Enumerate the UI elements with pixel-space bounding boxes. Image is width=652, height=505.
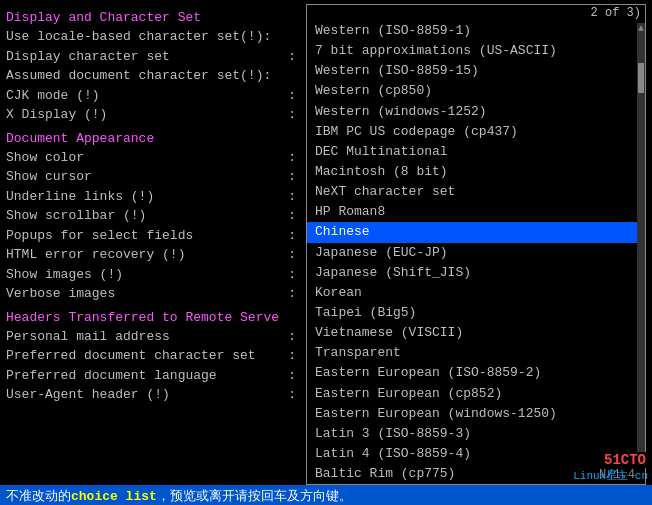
dropdown-item[interactable]: Western (windows-1252) bbox=[307, 102, 645, 122]
dropdown-item[interactable]: HP Roman8 bbox=[307, 202, 645, 222]
section-display-title: Display and Character Set bbox=[6, 10, 300, 25]
dropdown-item[interactable]: Eastern European (ISO-8859-2) bbox=[307, 363, 645, 383]
dropdown-item[interactable]: Latin 3 (ISO-8859-3) bbox=[307, 424, 645, 444]
dropdown-item[interactable]: Japanese (EUC-JP) bbox=[307, 243, 645, 263]
dropdown-item[interactable]: IBM PC US codepage (cp437) bbox=[307, 122, 645, 142]
left-panel: Display and Character Set Use locale-bas… bbox=[6, 4, 306, 485]
status-bar: 不准改动的 choice list ，预览或离开请按回车及方向键。 bbox=[0, 485, 652, 505]
setting-row: Show cursor : bbox=[6, 167, 300, 187]
setting-row: Use locale-based character set(!): bbox=[6, 27, 300, 47]
setting-row: Popups for select fields : bbox=[6, 226, 300, 246]
setting-row: HTML error recovery (!) : bbox=[6, 245, 300, 265]
setting-row: Verbose images : bbox=[6, 284, 300, 304]
dropdown-item[interactable]: Chinese bbox=[307, 222, 645, 242]
scrollbar-thumb[interactable] bbox=[638, 63, 644, 93]
dropdown-item[interactable]: DEC Multinational bbox=[307, 142, 645, 162]
setting-row: Show color : bbox=[6, 148, 300, 168]
dropdown-item[interactable]: 7 bit approximations (US-ASCII) bbox=[307, 41, 645, 61]
dropdown-item[interactable]: Western (ISO-8859-15) bbox=[307, 61, 645, 81]
dropdown-list[interactable]: Western (ISO-8859-1)7 bit approximations… bbox=[307, 21, 645, 484]
dropdown-item[interactable]: Japanese (Shift_JIS) bbox=[307, 263, 645, 283]
scrollbar[interactable]: ▲ ▼ bbox=[637, 23, 645, 466]
dropdown-item[interactable]: NeXT character set bbox=[307, 182, 645, 202]
dropdown-item[interactable]: Korean bbox=[307, 283, 645, 303]
dropdown-item[interactable]: Eastern European (cp852) bbox=[307, 384, 645, 404]
dropdown-item[interactable]: Taipei (Big5) bbox=[307, 303, 645, 323]
setting-row: Preferred document character set : bbox=[6, 346, 300, 366]
status-suffix: ，预览或离开请按回车及方向键。 bbox=[157, 487, 352, 505]
dropdown-item[interactable]: Transparent bbox=[307, 343, 645, 363]
dropdown-item[interactable]: Macintosh (8 bit) bbox=[307, 162, 645, 182]
watermark-top: 51CTO bbox=[602, 452, 648, 468]
setting-row: Assumed document character set(!): bbox=[6, 66, 300, 86]
setting-row: User-Agent header (!) : bbox=[6, 385, 300, 405]
dropdown-item[interactable]: Eastern European (windows-1250) bbox=[307, 404, 645, 424]
dropdown-panel[interactable]: 2 of 3) Western (ISO-8859-1)7 bit approx… bbox=[306, 4, 646, 485]
watermark: 51CTO Linux星主 cn bbox=[573, 452, 648, 483]
setting-row: Preferred document language : bbox=[6, 366, 300, 386]
setting-row: Display character set : bbox=[6, 47, 300, 67]
dropdown-page-indicator: 2 of 3) bbox=[307, 5, 645, 21]
setting-row: Show images (!) : bbox=[6, 265, 300, 285]
status-prefix: 不准改动的 bbox=[6, 487, 71, 505]
dropdown-item[interactable]: Vietnamese (VISCII) bbox=[307, 323, 645, 343]
dropdown-item[interactable]: Western (cp850) bbox=[307, 81, 645, 101]
setting-row: CJK mode (!) : bbox=[6, 86, 300, 106]
setting-row: Underline links (!) : bbox=[6, 187, 300, 207]
setting-row: X Display (!) : bbox=[6, 105, 300, 125]
setting-row: Personal mail address : bbox=[6, 327, 300, 347]
section-headers-title: Headers Transferred to Remote Serve bbox=[6, 310, 300, 325]
watermark-bottom: Linux星主 cn bbox=[573, 468, 648, 483]
section-appearance-title: Document Appearance bbox=[6, 131, 300, 146]
setting-row: Show scrollbar (!) : bbox=[6, 206, 300, 226]
content-area: Display and Character Set Use locale-bas… bbox=[0, 0, 652, 485]
dropdown-item[interactable]: Western (ISO-8859-1) bbox=[307, 21, 645, 41]
status-highlight: choice list bbox=[71, 487, 157, 505]
main-container: Display and Character Set Use locale-bas… bbox=[0, 0, 652, 505]
scrollbar-arrow-up[interactable]: ▲ bbox=[638, 23, 644, 34]
